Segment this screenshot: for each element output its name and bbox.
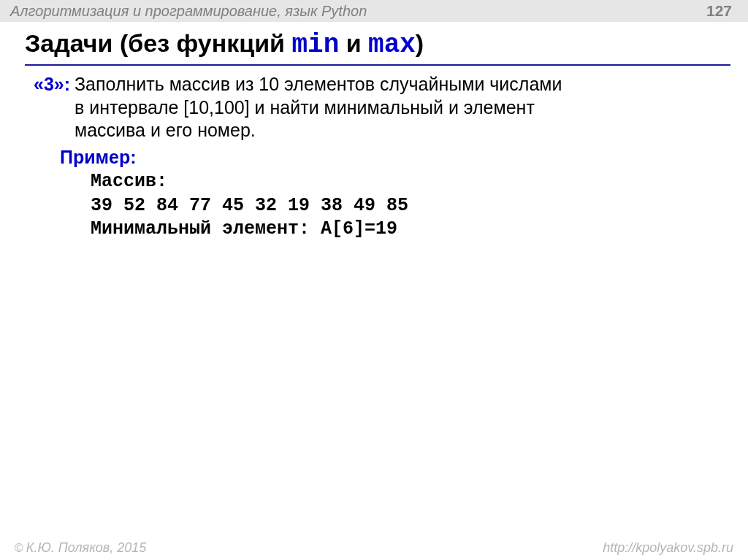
example-label-text: Пример: [60, 147, 137, 167]
title-underline [25, 64, 730, 66]
title-prefix: Задачи (без функций [25, 29, 291, 57]
task-text: Заполнить массив из 10 элементов случайн… [75, 73, 730, 142]
footer-url: http://kpolyakov.spb.ru [603, 540, 733, 556]
title-max: max [368, 30, 416, 60]
slide: Алгоритмизация и программирование, язык … [0, 0, 748, 560]
mono-line-3: Минимальный элемент: A[6]=19 [91, 218, 397, 239]
page-number: 127 [706, 2, 738, 20]
task-line-2: в интервале [10,100] и найти минимальный… [75, 96, 730, 119]
title-sep: и [339, 29, 368, 57]
slide-title: Задачи (без функций min и max) [25, 29, 748, 60]
title-suffix: ) [416, 29, 424, 57]
header-title: Алгоритмизация и программирование, язык … [10, 3, 367, 20]
task-line-1: Заполнить массив из 10 элементов случайн… [75, 73, 730, 96]
task-line-3: массива и его номер. [75, 119, 730, 142]
title-min: min [291, 30, 339, 60]
example-label: Пример: [60, 146, 730, 169]
copyright-icon: © [15, 542, 23, 555]
mono-line-2: 39 52 84 77 45 32 19 38 49 85 [91, 195, 408, 216]
body: «3»: Заполнить массив из 10 элементов сл… [34, 73, 730, 242]
footer: © К.Ю. Поляков, 2015 http://kpolyakov.sp… [0, 540, 748, 556]
mono-line-1: Массив: [91, 171, 167, 192]
header-bar: Алгоритмизация и программирование, язык … [0, 0, 748, 22]
example-output: Массив: 39 52 84 77 45 32 19 38 49 85 Ми… [91, 170, 730, 242]
footer-left: © К.Ю. Поляков, 2015 [15, 540, 146, 556]
footer-author: К.Ю. Поляков, 2015 [26, 540, 146, 556]
task-label: «3»: [34, 74, 70, 94]
